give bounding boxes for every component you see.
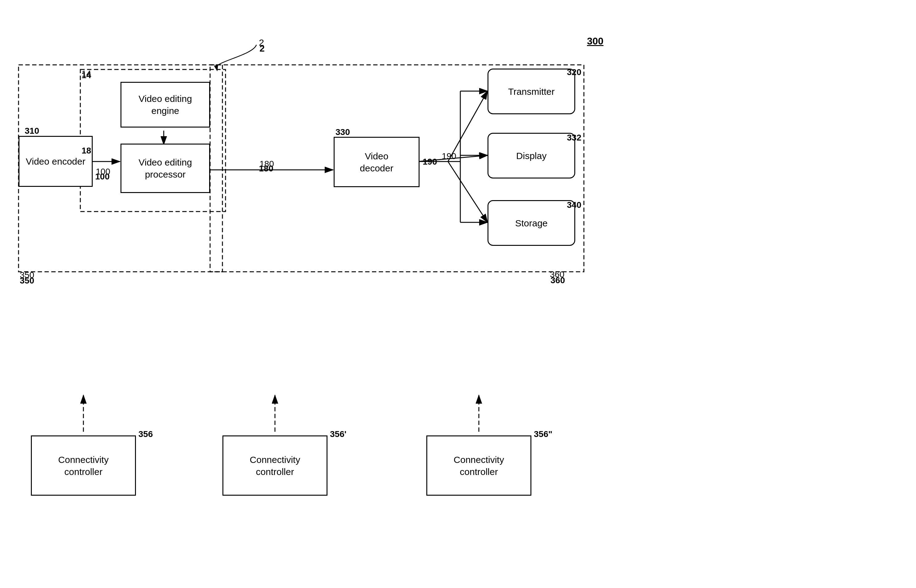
video-editing-engine-label: Video editingengine bbox=[139, 93, 192, 117]
connectivity-controller-3-box: Connectivitycontroller bbox=[426, 435, 531, 496]
diagram-container: 100 180 190 2 bbox=[0, 0, 916, 588]
display-box: Display bbox=[487, 133, 575, 179]
video-decoder-label: Videodecoder bbox=[360, 150, 393, 174]
label-18: 18 bbox=[82, 146, 91, 156]
label-350: 350 bbox=[20, 276, 34, 286]
video-editing-processor-label: Video editingprocessor bbox=[139, 156, 192, 180]
connectivity-controller-1-label: Connectivitycontroller bbox=[58, 454, 108, 478]
transmitter-box: Transmitter bbox=[487, 69, 575, 114]
svg-text:190: 190 bbox=[442, 151, 456, 161]
label-2: 2 bbox=[259, 43, 265, 54]
label-340: 340 bbox=[567, 200, 581, 210]
video-editing-engine-box: Video editingengine bbox=[120, 82, 210, 128]
label-14: 14 bbox=[82, 70, 91, 80]
label-356: 356 bbox=[138, 429, 153, 439]
label-330: 330 bbox=[335, 127, 350, 137]
label-332: 332 bbox=[567, 133, 581, 143]
label-356p: 356' bbox=[330, 429, 346, 439]
video-encoder-label: Video encoder bbox=[26, 155, 86, 167]
svg-line-13 bbox=[448, 162, 487, 222]
display-label: Display bbox=[516, 150, 547, 162]
video-encoder-box: Video encoder bbox=[19, 136, 93, 187]
label-190: 190 bbox=[422, 157, 437, 167]
label-300: 300 bbox=[587, 36, 604, 47]
label-356pp: 356" bbox=[534, 429, 552, 439]
label-360: 360 bbox=[550, 275, 565, 285]
storage-box: Storage bbox=[487, 200, 575, 246]
label-310: 310 bbox=[25, 126, 39, 136]
video-decoder-box: Videodecoder bbox=[333, 137, 419, 187]
transmitter-label: Transmitter bbox=[508, 86, 555, 98]
label-180: 180 bbox=[259, 164, 274, 174]
storage-label: Storage bbox=[515, 217, 547, 229]
connectivity-controller-1-box: Connectivitycontroller bbox=[31, 435, 136, 496]
connectivity-controller-2-box: Connectivitycontroller bbox=[222, 435, 327, 496]
label-320: 320 bbox=[567, 67, 581, 77]
connectivity-controller-3-label: Connectivitycontroller bbox=[453, 454, 504, 478]
video-editing-processor-box: Video editingprocessor bbox=[120, 144, 210, 193]
connectivity-controller-2-label: Connectivitycontroller bbox=[249, 454, 300, 478]
label-100: 100 bbox=[95, 172, 110, 182]
svg-line-12 bbox=[448, 91, 487, 162]
svg-line-19 bbox=[216, 66, 217, 71]
